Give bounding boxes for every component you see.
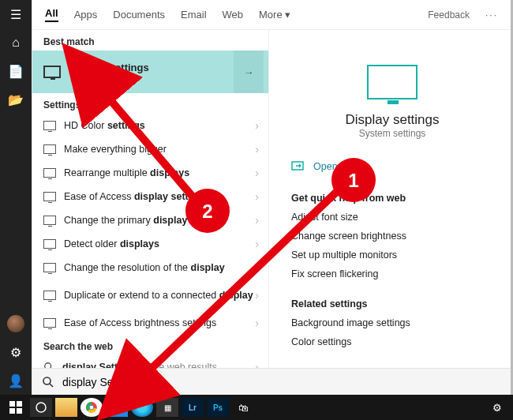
monitor-icon [43,192,56,201]
chevron-right-icon: › [255,214,259,227]
settings-gear-icon[interactable]: ⚙ [0,338,32,366]
results-column: Best match Display settings System setti… [32,30,269,368]
best-match-subtitle: System settings [70,73,149,83]
search-input[interactable] [62,376,501,388]
monitor-icon [43,168,56,178]
big-monitor-icon [367,65,418,99]
settings-result[interactable]: HD Color settings › [32,114,268,137]
svg-rect-6 [17,401,22,407]
result-label: Change the primary display [64,215,187,226]
chevron-right-icon: › [255,361,259,368]
chevron-right-icon: › [255,167,259,179]
quick-help-link[interactable]: Change screen brightness [291,231,493,242]
taskbar-edge-icon[interactable] [131,398,153,417]
section-settings: Settings [32,93,268,114]
svg-line-4 [50,384,53,387]
settings-result[interactable]: Change the primary display › [32,208,268,232]
taskbar-chrome-icon[interactable] [81,398,103,417]
settings-result[interactable]: Rearrange multiple displays › [32,161,268,185]
taskbar-gear-icon[interactable]: ⚙ [486,398,508,417]
start-vertical-bar: ☰ ⌂ 📄 📂 ⚙ 👤 [0,0,32,395]
result-label: Rearrange multiple displays [64,167,189,178]
monitor-icon [43,121,56,130]
taskbar-explorer-icon[interactable] [55,398,77,417]
result-label: Duplicate or extend to a connected displ… [64,290,253,301]
settings-result[interactable]: Make everything bigger › [32,137,268,161]
profile-icon[interactable]: 👤 [0,366,32,395]
taskbar: ▦ Lr Ps 🛍 ⚙ [0,395,513,420]
result-label: Ease of Access display settings [64,191,208,202]
taskbar-store-icon[interactable]: 🛍 [232,398,254,417]
taskbar-cortana-icon[interactable] [30,398,52,417]
tab-web[interactable]: Web [223,9,244,21]
monitor-icon [43,318,56,328]
chevron-right-icon: › [255,190,259,203]
svg-point-3 [43,377,51,384]
settings-result[interactable]: Detect older displays › [32,232,268,256]
svg-rect-7 [9,408,15,414]
detail-pane: Display settings System settings Open Ge… [269,30,511,368]
taskbar-app-blue-icon[interactable] [106,398,128,417]
related-setting-link[interactable]: Color settings [291,336,493,347]
chevron-right-icon: › [255,238,259,250]
quick-help-link[interactable]: Fix screen flickering [291,268,493,279]
hamburger-icon[interactable]: ☰ [0,0,32,28]
folders-icon[interactable]: 📂 [0,85,32,114]
search-icon [43,362,54,368]
search-icon [42,376,54,388]
user-avatar[interactable] [0,309,32,338]
chevron-right-icon: › [255,261,259,274]
open-label: Open [313,161,338,172]
tab-more[interactable]: More ▾ [259,9,290,21]
recent-icon[interactable]: 📄 [0,57,32,85]
result-label: Change the resolution of the display [64,262,225,273]
svg-point-0 [45,363,51,368]
taskbar-photoshop-icon[interactable]: Ps [207,398,229,417]
quick-help-link[interactable]: Set up multiple monitors [291,249,493,261]
best-match-result[interactable]: Display settings System settings → [32,51,268,93]
open-icon [291,161,305,172]
quick-help-link[interactable]: Adjust font size [291,212,493,223]
detail-open-action[interactable]: Open [291,161,493,172]
start-button[interactable] [5,398,27,417]
svg-point-13 [90,406,94,410]
section-search-web: Search the web [32,335,268,355]
monitor-icon [43,263,56,272]
feedback-link[interactable]: Feedback [428,9,470,21]
settings-result[interactable]: Change the resolution of the display › [32,256,268,279]
search-scope-tabs: All Apps Documents Email Web More ▾ Feed… [32,0,511,30]
chevron-right-icon: › [255,119,259,132]
chevron-right-icon: › [255,143,259,156]
overflow-menu-icon[interactable]: ··· [485,9,498,21]
best-match-title: Display settings [70,62,149,73]
svg-rect-8 [17,408,22,414]
result-label: display Settings - See web results [62,362,217,368]
monitor-icon [43,216,56,225]
monitor-icon [43,291,56,300]
search-popup: All Apps Documents Email Web More ▾ Feed… [32,0,511,395]
tab-all[interactable]: All [45,7,58,22]
related-setting-link[interactable]: Background image settings [291,317,493,328]
related-header: Related settings [291,298,493,309]
quick-help-header: Get quick help from web [291,193,493,204]
result-label: HD Color settings [64,120,145,131]
section-best-match: Best match [32,30,268,51]
tab-apps[interactable]: Apps [74,9,98,21]
result-label: Make everything bigger [64,144,167,155]
web-result[interactable]: display Settings - See web results › [32,355,268,368]
result-label: Detect older displays [64,238,159,249]
result-label: Ease of Access brightness settings [64,317,216,328]
chevron-right-icon: › [255,289,259,302]
settings-result[interactable]: Duplicate or extend to a connected displ… [32,279,268,311]
monitor-icon [43,144,56,154]
tab-email[interactable]: Email [181,9,207,21]
svg-rect-5 [9,401,15,407]
taskbar-calculator-icon[interactable]: ▦ [156,398,178,417]
open-arrow-icon[interactable]: → [234,51,264,93]
home-icon[interactable]: ⌂ [0,28,32,57]
settings-result[interactable]: Ease of Access brightness settings › [32,311,268,335]
taskbar-lightroom-icon[interactable]: Lr [182,398,204,417]
settings-result[interactable]: Ease of Access display settings › [32,185,268,208]
tab-documents[interactable]: Documents [113,9,165,21]
search-input-bar [32,368,511,395]
